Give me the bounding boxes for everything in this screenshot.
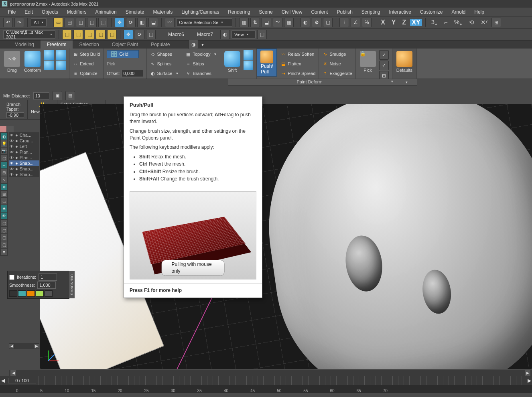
branch-taper-spinner[interactable]: -0,90: [6, 112, 24, 118]
scene-item[interactable]: 👁●Left: [9, 144, 39, 149]
tab-freeform[interactable]: Freeform: [41, 41, 73, 49]
grid-button[interactable]: Grid: [107, 50, 139, 58]
timeline-right-icon[interactable]: ▶: [526, 378, 532, 383]
li-cam[interactable]: 📷: [1, 148, 7, 154]
menu-rendering[interactable]: Rendering: [224, 8, 254, 16]
visibility-icon[interactable]: 👁: [10, 144, 14, 149]
visibility-icon[interactable]: 👁: [10, 133, 14, 138]
tab-objectpaint[interactable]: Object Paint: [106, 41, 144, 49]
ribbon-chevron-icon[interactable]: ▾: [201, 42, 204, 47]
nurms-side-label[interactable]: Use NURMS: [69, 271, 75, 298]
paint-select-button[interactable]: ⬚: [98, 18, 108, 27]
scene-scroll-right[interactable]: ▶: [34, 343, 39, 349]
conform-variant-b[interactable]: [44, 61, 54, 70]
pushpull-tool[interactable]: Push/ Pull: [257, 49, 277, 77]
scene-item[interactable]: 👁●Grou...: [9, 138, 39, 144]
menu-animation[interactable]: Animation: [91, 8, 120, 16]
axis-x[interactable]: X: [378, 19, 388, 26]
nurms-checkbox[interactable]: [9, 275, 14, 280]
surface-button[interactable]: ◐Surface▼: [150, 69, 179, 77]
opt-a[interactable]: ▣: [53, 91, 62, 101]
exaggerate-button[interactable]: ⇡Exaggerate: [322, 69, 352, 77]
time-slider[interactable]: ◀ 0 / 100 ▶: [0, 376, 532, 385]
curve-editor-button[interactable]: 〜: [273, 18, 282, 27]
topology-button[interactable]: ▦Topology▼: [185, 50, 217, 58]
branches-button[interactable]: ⑂Branches: [185, 69, 211, 77]
swatch-e[interactable]: [45, 290, 53, 297]
li-eye[interactable]: 👁: [1, 213, 7, 219]
project-path-dropdown[interactable]: C:\Users\Д...s Max 2021: [3, 30, 55, 38]
move-gizmo-button[interactable]: ✥: [124, 30, 133, 39]
menu-edit[interactable]: Edit: [20, 8, 37, 16]
scale-gizmo-button[interactable]: ⬚: [146, 30, 156, 39]
li-c[interactable]: ▢: [1, 234, 7, 241]
li-helper[interactable]: ▢: [1, 155, 7, 161]
angle-snap-button[interactable]: ∠: [351, 18, 360, 27]
layer-button[interactable]: ⬓: [262, 18, 271, 27]
tool-a[interactable]: ⬚: [62, 30, 72, 39]
smudge-button[interactable]: ∿Smudge: [322, 50, 346, 58]
menu-simulate[interactable]: Simulate: [122, 8, 148, 16]
axis-xy-active[interactable]: XY: [410, 19, 422, 26]
menu-interactive[interactable]: Interactive: [385, 8, 415, 16]
li-bone[interactable]: ⊟: [1, 169, 7, 176]
named-selection-dropdown[interactable]: Create Selection Se: [176, 18, 232, 26]
tool-e[interactable]: ⬚: [107, 30, 117, 39]
swatch-b[interactable]: [18, 290, 26, 297]
window-crossing-button[interactable]: ⬚: [87, 18, 97, 27]
spinner-snap-icon[interactable]: ⟲: [467, 19, 477, 26]
visibility-icon[interactable]: 👁: [10, 172, 14, 177]
conform-variant-d[interactable]: [56, 61, 66, 70]
step-build-button[interactable]: ⊞Step Build: [73, 50, 100, 58]
pinch-button[interactable]: ⇢Pinch/ Spread: [280, 69, 315, 77]
timeline-ticks[interactable]: [39, 376, 526, 385]
shift-variant-a[interactable]: [244, 50, 253, 60]
menu-materials[interactable]: Materials: [149, 8, 177, 16]
scene-item[interactable]: 👁●Plan...: [9, 155, 39, 160]
scene-item[interactable]: 👁●Plan...: [9, 149, 39, 155]
li-snow[interactable]: ✱: [1, 205, 7, 212]
relax-button[interactable]: 〰Relax/ Soften: [280, 50, 314, 58]
pick-deform-button[interactable]: 🔒 Pick: [359, 50, 377, 73]
macro7-button[interactable]: Macro7: [191, 32, 219, 37]
menu-content[interactable]: Content: [307, 8, 332, 16]
rotate-gizmo-button[interactable]: ⟳: [135, 30, 144, 39]
redo-button[interactable]: ↷: [14, 18, 24, 27]
visibility-icon[interactable]: 👁: [10, 167, 14, 171]
swatch-c[interactable]: [27, 290, 35, 297]
defaults-expand-icon[interactable]: ▾: [406, 80, 408, 84]
pickd-a[interactable]: ✓: [379, 50, 389, 60]
li-space[interactable]: ∿: [1, 176, 7, 183]
snap-3-icon[interactable]: 3✦: [429, 18, 440, 26]
placement-button[interactable]: ⬓: [148, 18, 158, 27]
menu-civilview[interactable]: Civil View: [278, 8, 307, 16]
tab-populate[interactable]: Populate: [144, 41, 176, 49]
undo-button[interactable]: ↶: [3, 18, 13, 27]
selection-filter-dropdown[interactable]: All: [31, 18, 47, 26]
material-button[interactable]: ◐: [301, 18, 310, 27]
splines-button[interactable]: ∿Splines: [150, 60, 172, 68]
swatch-a[interactable]: [9, 290, 17, 297]
li-a[interactable]: ▢: [1, 220, 7, 226]
visibility-icon[interactable]: 👁: [10, 139, 14, 143]
snap-toggle-button[interactable]: ⁞: [339, 18, 349, 27]
mode-b[interactable]: [7, 126, 14, 132]
li-particle[interactable]: ❄: [1, 184, 7, 190]
scene-item[interactable]: 👁●Shap...: [9, 166, 39, 172]
opt-b[interactable]: ▤: [65, 91, 75, 101]
drag-tool[interactable]: ↖✥ Drag: [3, 50, 21, 73]
menu-help[interactable]: Help: [470, 8, 488, 16]
lasso-icon[interactable]: 〰: [165, 18, 175, 27]
percent-icon[interactable]: %✦: [452, 18, 465, 26]
scene-scroll-left[interactable]: ◀: [9, 343, 14, 349]
li-light[interactable]: 💡: [1, 140, 7, 147]
menu-scene[interactable]: Scene: [255, 8, 277, 16]
li-xref[interactable]: ⊞: [1, 191, 7, 197]
li-shape[interactable]: 〰: [1, 162, 7, 168]
tool-d[interactable]: ⬚: [96, 30, 106, 39]
mirror-button[interactable]: ▥: [239, 18, 249, 27]
visibility-icon[interactable]: 👁: [10, 156, 14, 160]
timeline-left-icon[interactable]: ◀: [0, 378, 6, 383]
li-group[interactable]: ▭: [1, 198, 7, 205]
menu-objects[interactable]: Objects: [38, 8, 62, 16]
